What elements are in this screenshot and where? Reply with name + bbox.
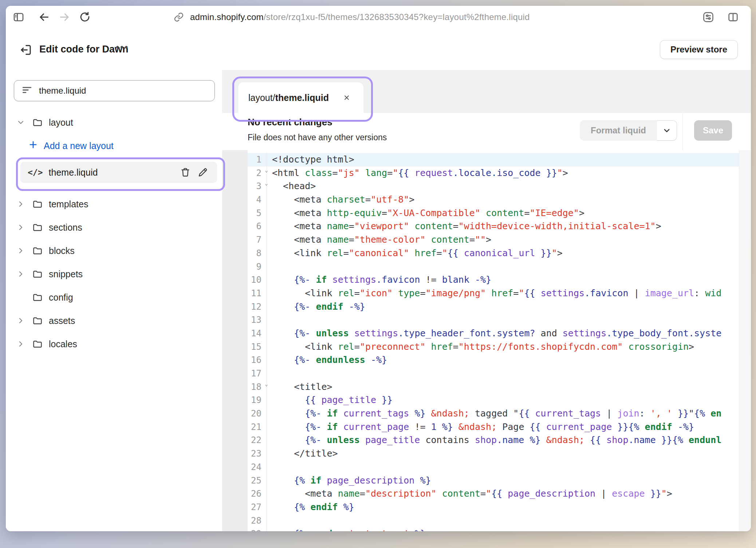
sidebar-item-theme-liquid[interactable]: </>theme.liquid [20,162,217,183]
exit-icon[interactable] [19,43,33,57]
line-content[interactable]: <title> [267,380,751,394]
reload-icon[interactable] [79,11,91,23]
code-line-27[interactable]: 27 {% endif %} [222,501,751,514]
sidebar-item-blocks[interactable]: blocks [6,239,222,262]
editor-scrollbar[interactable] [739,150,751,531]
code-line-19[interactable]: 19 {{ page_title }} [222,394,751,407]
format-liquid-button[interactable]: Format liquid [580,120,677,141]
line-content[interactable]: {%- unless settings.type_header_font.sys… [267,327,751,340]
line-content[interactable]: <meta name="theme-color" content=""> [267,233,751,247]
line-content[interactable]: </title> [267,447,751,461]
tune-icon[interactable] [702,11,714,23]
line-content[interactable]: <meta name="viewport" content="width=dev… [267,220,751,233]
chevron-right-icon[interactable] [16,316,25,325]
code-line-6[interactable]: 6 <meta name="viewport" content="width=d… [222,220,751,233]
chevron-down-icon[interactable] [657,120,677,141]
code-line-22[interactable]: 22 {%- unless page_title contains shop.n… [222,434,751,447]
close-icon[interactable] [341,92,352,103]
code-line-17[interactable]: 17 [222,367,751,380]
code-editor[interactable]: 1<!doctype html>2⌄<html class="js" lang=… [222,150,751,531]
code-line-4[interactable]: 4 <meta charset="utf-8"> [222,193,751,207]
code-line-5[interactable]: 5 <meta http-equiv="X-UA-Compatible" con… [222,207,751,220]
code-line-21[interactable]: 21 {%- if current_page != 1 %} &ndash; P… [222,420,751,434]
code-line-3[interactable]: 3⌄ <head> [222,180,751,193]
code-line-24[interactable]: 24 [222,461,751,474]
line-content[interactable]: <meta charset="utf-8"> [267,193,751,207]
sidebar-item-locales[interactable]: locales [6,332,222,356]
code-line-7[interactable]: 7 <meta name="theme-color" content=""> [222,233,751,247]
code-line-18[interactable]: 18⌄ <title> [222,380,751,394]
line-content[interactable]: {% if page_description %} [267,474,751,488]
line-content[interactable]: {% endif %} [267,501,751,514]
forward-icon[interactable] [58,11,71,23]
sidebar-item-add-a-new-layout[interactable]: Add a new layout [6,134,222,157]
code-line-11[interactable]: 11 <link rel="icon" type="image/png" hre… [222,287,751,300]
preview-store-button[interactable]: Preview store [660,40,738,59]
line-content[interactable]: {%- if settings.favicon != blank -%} [267,273,751,287]
line-content[interactable]: {%- if current_tags %} &ndash; tagged "{… [267,407,751,420]
code-line-15[interactable]: 15 <link rel="preconnect" href="https://… [222,340,751,354]
line-content[interactable] [267,313,751,327]
code-line-10[interactable]: 10 {%- if settings.favicon != blank -%} [222,273,751,287]
line-content[interactable]: <link rel="canonical" href="{{ canonical… [267,247,751,260]
line-content[interactable]: {{ page_title }} [267,394,751,407]
line-content[interactable]: <!doctype html> [267,153,751,167]
code-line-23[interactable]: 23 </title> [222,447,751,461]
line-content[interactable] [267,461,751,474]
chevron-right-icon[interactable] [16,339,25,349]
line-content[interactable]: {%- unless page_title contains shop.name… [267,434,751,447]
split-view-icon[interactable] [727,11,739,23]
code-line-28[interactable]: 28 [222,514,751,528]
code-line-14[interactable]: 14 {%- unless settings.type_header_font.… [222,327,751,340]
code-line-20[interactable]: 20 {%- if current_tags %} &ndash; tagged… [222,407,751,420]
tab-theme-liquid[interactable]: layout/theme.liquid [238,82,363,113]
line-content[interactable]: {%- endif -%} [267,300,751,314]
line-content[interactable]: <head> [267,180,751,193]
line-content[interactable]: <html class="js" lang="{{ request.locale… [267,167,751,180]
line-content[interactable] [267,514,751,528]
back-icon[interactable] [38,11,50,23]
code-line-13[interactable]: 13 [222,313,751,327]
sidebar-item-templates[interactable]: templates [6,192,222,216]
line-content[interactable]: <link rel="preconnect" href="https://fon… [267,340,751,354]
sidebar-item-layout[interactable]: layout [6,111,222,134]
sidebar-item-config[interactable]: config [6,286,222,309]
code-line-12[interactable]: 12 {%- endif -%} [222,300,751,314]
code-line-9[interactable]: 9 [222,260,751,274]
pencil-icon[interactable] [197,167,208,178]
chevron-right-icon[interactable] [16,269,25,279]
save-button[interactable]: Save [694,120,732,141]
code-lines: 1<!doctype html>2⌄<html class="js" lang=… [222,153,751,531]
code-line-2[interactable]: 2⌄<html class="js" lang="{{ request.loca… [222,167,751,180]
overflow-menu-button[interactable]: ••• [116,42,129,53]
sidebar-item-assets[interactable]: assets [6,309,222,332]
line-content[interactable]: <link rel="icon" type="image/png" href="… [267,287,751,300]
item-label: config [49,292,73,303]
code-line-25[interactable]: 25 {% if page_description %} [222,474,751,488]
chevron-down-icon[interactable] [16,118,25,127]
chevron-right-icon[interactable] [16,246,25,255]
line-content[interactable]: {%- if current_page != 1 %} &ndash; Page… [267,420,751,434]
sidebar-toggle-icon[interactable] [12,11,25,23]
fold-chevron-icon[interactable]: ⌄ [265,181,268,186]
fold-chevron-icon[interactable]: ⌄ [265,168,268,173]
line-content[interactable]: {%- endunless -%} [267,353,751,367]
chevron-right-icon[interactable] [16,199,25,209]
code-line-29[interactable]: 29 {% render 'meta-tags' %} [222,527,751,531]
line-content[interactable]: <meta http-equiv="X-UA-Compatible" conte… [267,207,751,220]
trash-icon[interactable] [180,167,191,178]
sidebar-item-snippets[interactable]: snippets [6,262,222,286]
chevron-right-icon[interactable] [16,223,25,232]
code-line-1[interactable]: 1<!doctype html> [222,153,751,167]
line-content[interactable]: {% render 'meta-tags' %} [267,527,751,531]
file-search-input[interactable]: theme.liquid [14,80,215,101]
sidebar-item-sections[interactable]: sections [6,216,222,239]
code-line-26[interactable]: 26 <meta name="description" content="{{ … [222,487,751,501]
line-content[interactable] [267,367,751,380]
url-text[interactable]: admin.shopify.com/store/rzq1xu-f5/themes… [190,12,530,22]
code-line-16[interactable]: 16 {%- endunless -%} [222,353,751,367]
line-content[interactable] [267,260,751,274]
line-content[interactable]: <meta name="description" content="{{ pag… [267,487,751,501]
fold-chevron-icon[interactable]: ⌄ [265,381,268,387]
code-line-8[interactable]: 8 <link rel="canonical" href="{{ canonic… [222,247,751,260]
